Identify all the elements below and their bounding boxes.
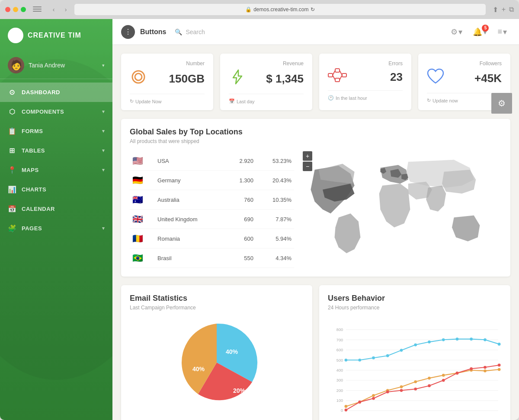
svg-point-64 [470,367,473,370]
reload-icon[interactable]: ↻ [311,6,315,13]
settings-gear-button[interactable]: ⚙ [491,93,512,114]
sidebar-toggle-icon[interactable] [33,6,42,13]
svg-line-7 [333,75,335,80]
map-zoom-in-button[interactable]: + [303,151,312,161]
table-row: 🇷🇴 Romania 600 5.94% [130,229,294,248]
browser-action-buttons: ⬆ + ⧉ [493,6,514,14]
calendar-nav-icon: 📅 [8,205,16,213]
svg-point-56 [358,401,361,404]
list-arrow: ▾ [503,27,507,37]
global-sales-subtitle: All products that were shipped [130,138,502,144]
list-view-btn[interactable]: ≡ ▾ [494,25,510,38]
svg-point-45 [372,394,375,397]
back-button[interactable]: ‹ [48,4,59,15]
world-map-svg [303,151,502,268]
menu-button[interactable]: ⋮ [121,25,135,39]
svg-point-50 [442,374,445,377]
notifications-btn[interactable]: 🔔 5 ▾ [469,25,490,38]
sidebar: ⚛ CREATIVE TIM 🧑 Tania Andrew ▾ ⊙ DASHBO… [0,19,112,420]
users-behavior-subtitle: 24 Hours performance [328,305,502,311]
line-chart: 800 700 600 500 400 300 200 100 0 [328,318,502,420]
svg-point-48 [414,380,417,383]
svg-point-43 [345,405,348,408]
svg-text:800: 800 [336,328,343,332]
sales-percent: 20.43% [256,171,294,190]
svg-text:100: 100 [336,398,343,403]
topbar: ⋮ Buttons 🔍 Search ⚙ ▾ 🔔 5 ▾ [112,19,519,45]
svg-point-31 [345,359,348,362]
browser-titlebar: ‹ › 🔒 demos.creative-tim.com ↻ ⬆ + ⧉ [0,0,519,19]
search-icon: 🔍 [175,29,182,35]
svg-rect-5 [342,73,346,77]
browser-nav-buttons: ‹ › [48,4,71,15]
maximize-button[interactable] [21,7,26,12]
svg-point-49 [428,377,431,380]
svg-point-66 [498,364,501,367]
sidebar-user[interactable]: 🧑 Tania Andrew ▾ [0,52,112,79]
forward-button[interactable]: › [61,4,71,15]
sidebar-item-forms[interactable]: 📋 FORMS ▾ [0,121,112,141]
main-content: ⋮ Buttons 🔍 Search ⚙ ▾ 🔔 5 ▾ [112,19,519,420]
sales-value: 600 [226,229,256,248]
country-flag: 🇺🇸 [132,156,143,165]
sales-value: 1.300 [226,171,256,190]
country-name: Brasil [155,248,226,268]
stat-icon-lightning [229,68,246,89]
svg-line-6 [333,70,335,75]
maps-nav-icon: 📍 [8,166,16,174]
svg-line-9 [340,75,342,80]
sidebar-item-pages[interactable]: 🧩 PAGES ▾ [0,219,112,238]
country-name: United Kingdom [155,210,226,229]
svg-point-36 [414,344,417,347]
sidebar-item-calendar[interactable]: 📅 CALENDAR [0,199,112,219]
svg-point-53 [484,369,487,372]
minimize-button[interactable] [13,7,18,12]
stat-card-number: Number 150GB ↻ [121,54,213,110]
new-tab-icon[interactable]: + [502,6,506,14]
svg-point-47 [400,385,403,388]
svg-point-55 [345,408,348,411]
share-icon[interactable]: ⬆ [493,6,498,14]
sidebar-label-components: COMPONENTS [22,108,64,115]
chevron-down-icon: ▾ [102,167,105,173]
stat-footer-errors: 🕐 In the last hour [328,90,403,101]
dashboard-body: Number 150GB ↻ [112,45,519,420]
sidebar-logo: ⚛ CREATIVE TIM [0,19,112,52]
svg-text:400: 400 [336,368,343,372]
search-placeholder: Search [186,29,205,35]
svg-point-57 [372,397,375,400]
table-row: 🇦🇺 Australia 760 10.35% [130,190,294,210]
sidebar-item-tables[interactable]: ⊞ TABLES ▾ [0,141,112,160]
stat-label-errors: Errors [388,60,403,67]
svg-point-1 [135,73,142,80]
settings-action-btn[interactable]: ⚙ ▾ [447,25,466,38]
svg-point-54 [498,368,501,371]
map-controls: + − [303,151,312,171]
svg-line-8 [340,70,342,75]
search-input[interactable]: 🔍 Search [171,27,208,37]
country-flag: 🇩🇪 [132,175,143,185]
stat-value-number: 150GB [169,73,205,84]
sidebar-item-components[interactable]: ⬡ COMPONENTS ▾ [0,102,112,121]
sidebar-item-charts[interactable]: 📊 CHARTS [0,180,112,199]
svg-point-37 [428,340,431,344]
page-title: Buttons [140,28,166,36]
stat-label-followers: Followers [480,60,502,67]
country-flag: 🇷🇴 [132,234,143,243]
map-zoom-out-button[interactable]: − [303,162,312,171]
svg-text:0: 0 [341,408,343,413]
sidebar-item-dashboard[interactable]: ⊙ DASHBOARD [0,83,112,102]
stat-value-revenue: $ 1,345 [266,73,304,84]
svg-point-34 [386,354,389,357]
email-stats-subtitle: Last Campaign Performance [130,305,304,311]
chevron-down-icon: ▾ [102,128,105,134]
sidebar-item-maps[interactable]: 📍 MAPS ▾ [0,160,112,180]
svg-text:700: 700 [336,338,343,342]
update-icon: ↻ [427,98,431,103]
address-bar[interactable]: 🔒 demos.creative-tim.com ↻ [74,4,486,15]
close-button[interactable] [5,7,10,12]
brand-name: CREATIVE TIM [28,32,81,39]
tab-overview-icon[interactable]: ⧉ [509,6,514,14]
sales-value: 550 [226,248,256,268]
svg-point-35 [400,349,403,352]
